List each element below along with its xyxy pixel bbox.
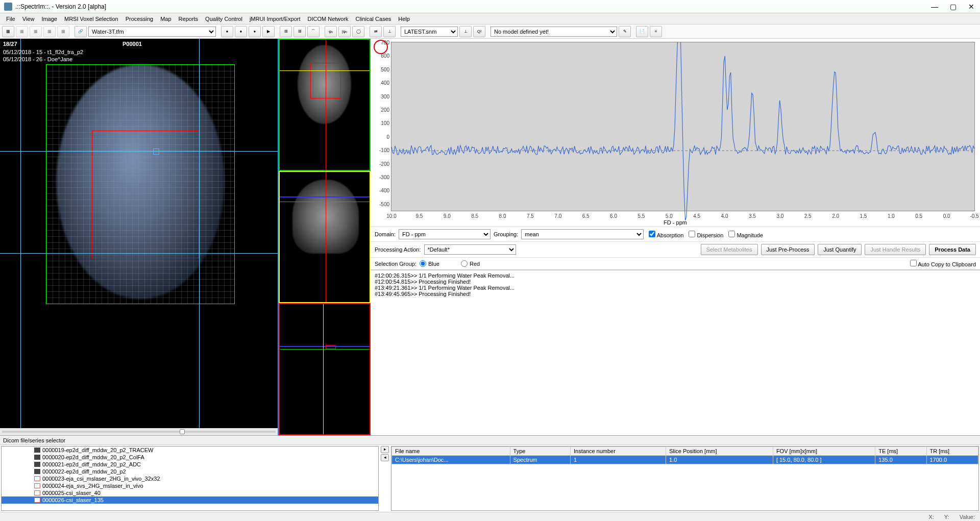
process-data-button[interactable]: Process Data bbox=[929, 244, 976, 255]
tb-btn-4[interactable]: ▦ bbox=[43, 26, 56, 37]
bottom-panel: Dicom file/series selector 0000019-ep2d_… bbox=[0, 435, 980, 512]
tree-item[interactable]: 0000026-csi_slaser_135 bbox=[2, 497, 378, 504]
tree-item[interactable]: 0000024-eja_svs_2HG_mslaser_in_vivo bbox=[2, 482, 378, 489]
x-axis-label: FD - ppm bbox=[664, 219, 687, 226]
minimize-button[interactable]: — bbox=[930, 3, 939, 10]
mini1-h bbox=[280, 70, 370, 71]
just-preprocess-button[interactable]: Just Pre-Process bbox=[761, 244, 815, 255]
tree-item[interactable]: 0000020-ep2d_diff_mddw_20_p2_ColFA bbox=[2, 454, 378, 461]
tb-page-icon[interactable]: 📄 bbox=[636, 26, 648, 37]
spectrum-plot[interactable]: 7006005004003002001000-100-200-300-400-5… bbox=[391, 42, 975, 211]
processing-row: Processing Action: *Default* Select Meta… bbox=[371, 241, 980, 257]
maximize-button[interactable]: ▢ bbox=[948, 3, 958, 10]
collapse-button[interactable]: ◂ bbox=[381, 454, 389, 461]
log-line: #13:49:21.361>> 1/1 Performing Water Pea… bbox=[375, 285, 976, 291]
table-header[interactable]: FOV [mm]x[mm] bbox=[773, 447, 875, 456]
close-button[interactable]: ✕ bbox=[967, 3, 976, 10]
tb-hsvd-icon[interactable]: ● bbox=[235, 26, 247, 37]
select-metabolites-button[interactable]: Select Metabolites bbox=[701, 244, 758, 255]
menu-mrsi-voxel[interactable]: MRSI Voxel Selection bbox=[61, 15, 121, 23]
annotation-circle bbox=[374, 40, 388, 54]
proc-action-label: Processing Action: bbox=[375, 246, 421, 253]
tb-tdfd-red-icon[interactable]: ● bbox=[221, 26, 233, 37]
mini3-h1 bbox=[280, 349, 370, 350]
menu-file[interactable]: File bbox=[3, 15, 18, 23]
mini-axial-view[interactable] bbox=[279, 39, 371, 171]
tb-offset-fd-icon[interactable]: ⊞ bbox=[280, 26, 292, 37]
tb-btn-2[interactable]: ▦ bbox=[16, 26, 28, 37]
menu-reports[interactable]: Reports bbox=[176, 15, 202, 23]
tree-item[interactable]: 0000021-ep2d_diff_mddw_20_p2_ADC bbox=[2, 461, 378, 468]
menu-view[interactable]: View bbox=[19, 15, 38, 23]
table-header[interactable]: Slice Position [mm] bbox=[666, 447, 773, 456]
radio-red[interactable]: Red bbox=[461, 260, 480, 267]
model-status-dropdown[interactable]: No model defined yet! bbox=[491, 27, 617, 37]
guide-v2 bbox=[199, 39, 200, 428]
tree-item[interactable]: 0000022-ep2d_diff_mddw_20_p2 bbox=[2, 468, 378, 475]
table-header[interactable]: File name bbox=[392, 447, 510, 456]
tb-flip-icon[interactable]: ⇄ bbox=[370, 26, 382, 37]
table-header[interactable]: TE [ms] bbox=[875, 447, 926, 456]
mini1-v bbox=[326, 40, 326, 170]
menu-clinical[interactable]: Clinical Cases bbox=[353, 15, 395, 23]
tb-flag-icon[interactable]: ▶ bbox=[262, 26, 275, 37]
tb-apod-icon[interactable]: ⌒ bbox=[307, 26, 320, 37]
model-dropdown[interactable]: LATEST.snm bbox=[401, 27, 458, 37]
slice-slider[interactable] bbox=[0, 428, 278, 435]
table-header[interactable]: Instance number bbox=[570, 447, 666, 456]
menu-jmrui[interactable]: jMRUI Import/Export bbox=[247, 15, 304, 23]
tb-q-icon[interactable]: Q! bbox=[473, 26, 485, 37]
menu-quality[interactable]: Quality Control bbox=[202, 15, 246, 23]
left-panel: 18/27 P00001 05/12/2018 - 15 - t1_fl2d_t… bbox=[0, 39, 279, 435]
status-value: Value: bbox=[960, 514, 975, 520]
bottom-row: 0000019-ep2d_diff_mddw_20_p2_TRACEW00000… bbox=[0, 445, 980, 512]
slider-thumb[interactable] bbox=[180, 429, 185, 434]
tb-list-icon[interactable]: ≡ bbox=[650, 26, 662, 37]
series-tree[interactable]: 0000019-ep2d_diff_mddw_20_p2_TRACEW00000… bbox=[1, 446, 379, 511]
status-y: Y: bbox=[944, 514, 949, 520]
mini-sagittal-view[interactable] bbox=[279, 303, 371, 435]
mini3-v bbox=[323, 304, 324, 434]
expand-collapse-buttons: ▸ ◂ bbox=[381, 446, 389, 511]
mini-coronal-view[interactable] bbox=[279, 171, 371, 303]
preset-dropdown[interactable]: Water-3T.tfm bbox=[88, 27, 216, 37]
menu-image[interactable]: Image bbox=[38, 15, 60, 23]
tree-item[interactable]: 0000019-ep2d_diff_mddw_20_p2_TRACEW bbox=[2, 446, 378, 454]
tb-btn-5[interactable]: ▦ bbox=[57, 26, 69, 37]
table-header[interactable]: Type bbox=[510, 447, 570, 456]
proc-action-select[interactable]: *Default* bbox=[424, 244, 516, 255]
tree-item[interactable]: 0000025-csi_slaser_40 bbox=[2, 489, 378, 497]
menu-dicom[interactable]: DICOM Network bbox=[305, 15, 352, 23]
tb-edit-icon[interactable]: ✎ bbox=[619, 26, 631, 37]
file-table-panel: File nameTypeInstance numberSlice Positi… bbox=[391, 446, 979, 511]
tb-phi0-icon[interactable]: φ₀ bbox=[325, 26, 337, 37]
table-header[interactable]: TR [ms] bbox=[926, 447, 978, 456]
slice-indicator: 18/27 bbox=[3, 41, 17, 47]
menu-help[interactable]: Help bbox=[395, 15, 413, 23]
file-table[interactable]: File nameTypeInstance numberSlice Positi… bbox=[391, 446, 978, 464]
tb-baseref-icon[interactable]: ⊥ bbox=[459, 26, 472, 37]
tb-phi-circle-icon[interactable]: ◯ bbox=[352, 26, 364, 37]
radio-blue[interactable]: Blue bbox=[420, 260, 439, 267]
menu-map[interactable]: Map bbox=[157, 15, 174, 23]
tb-offset-td-icon[interactable]: ⊞ bbox=[293, 26, 306, 37]
axial-mri-view[interactable]: 18/27 P00001 05/12/2018 - 15 - t1_fl2d_t… bbox=[0, 39, 278, 428]
mini3-roi bbox=[326, 345, 336, 349]
tb-link-icon[interactable]: 🔗 bbox=[75, 26, 87, 37]
tb-baseline-icon[interactable]: ⊥ bbox=[383, 26, 396, 37]
tb-btn-3[interactable]: ▦ bbox=[30, 26, 42, 37]
status-x: X: bbox=[928, 514, 934, 520]
menu-processing[interactable]: Processing bbox=[122, 15, 156, 23]
sel-group-label: Selection Group: bbox=[375, 261, 416, 267]
tb-dot-icon[interactable]: ● bbox=[249, 26, 261, 37]
tb-flaum-icon[interactable]: ▦ bbox=[2, 26, 14, 37]
spectrum-plot-area: 7006005004003002001000-100-200-300-400-5… bbox=[371, 39, 980, 227]
tb-phi0b-icon[interactable]: |φ₀ bbox=[338, 26, 351, 37]
mini2-h2 bbox=[280, 196, 370, 197]
auto-copy-check[interactable]: Auto Copy to Clipboard bbox=[908, 260, 976, 267]
tree-item[interactable]: 0000023-eja_csi_mslaser_2HG_in_vivo_32x3… bbox=[2, 475, 378, 482]
table-row[interactable]: C:\Users\johan\Doc...Spectrum11.0[ 15.0,… bbox=[392, 456, 978, 464]
expand-button[interactable]: ▸ bbox=[381, 446, 389, 453]
just-quantify-button[interactable]: Just Quantify bbox=[818, 244, 862, 255]
just-handle-button[interactable]: Just Handle Results bbox=[865, 244, 926, 255]
